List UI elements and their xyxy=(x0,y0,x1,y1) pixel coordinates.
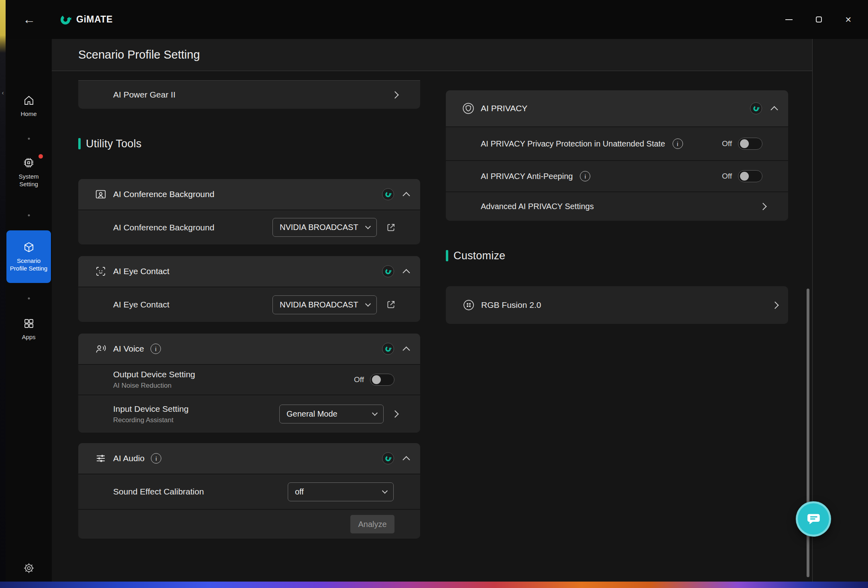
input-device-row: Input Device Setting Recording Assistant… xyxy=(78,395,420,433)
dropdown-value: General Mode xyxy=(287,409,337,419)
conference-background-row: AI Conference Background NVIDIA BROADCAS… xyxy=(78,210,420,244)
row-sublabel: AI Noise Reduction xyxy=(113,382,354,390)
dropdown-value: off xyxy=(295,487,304,496)
privacy-protection-row: AI PRIVACY Privacy Protection in Unatten… xyxy=(446,126,788,160)
chat-support-button[interactable] xyxy=(796,501,831,537)
collapse-chevron-icon[interactable] xyxy=(402,346,410,354)
analyze-button[interactable]: Analyze xyxy=(350,515,394,533)
sidebar-item-label: Scenario Profile Setting xyxy=(10,257,48,272)
chevron-down-icon xyxy=(365,301,371,306)
right-column: AI PRIVACY AI PRIVACY Privacy Protection… xyxy=(446,71,788,324)
ai-conference-background-card: AI Conference Background AI Conference B… xyxy=(78,179,420,244)
settings-gear-button[interactable] xyxy=(23,563,34,574)
card-title: AI PRIVACY xyxy=(481,104,527,113)
sidebar-item-scenario-profile-setting[interactable]: Scenario Profile Setting xyxy=(6,230,51,283)
chip-icon xyxy=(22,157,35,169)
ai-conference-background-header[interactable]: AI Conference Background xyxy=(78,179,420,210)
row-label: Input Device Setting xyxy=(113,404,279,414)
row-label: AI PRIVACY Anti-Peeping xyxy=(481,172,573,181)
ai-privacy-card: AI PRIVACY AI PRIVACY Privacy Protection… xyxy=(446,90,788,221)
row-sublabel: Recording Assistant xyxy=(113,416,279,424)
ai-power-gear-row[interactable]: AI Power Gear II xyxy=(78,80,420,109)
eye-contact-row: AI Eye Contact NVIDIA BROADCAST xyxy=(78,287,420,322)
eye-contact-dropdown[interactable]: NVIDIA BROADCAST xyxy=(272,295,377,314)
external-link-icon xyxy=(386,222,396,233)
chevron-right-icon[interactable] xyxy=(391,410,398,417)
chevron-down-icon xyxy=(372,410,378,416)
apps-grid-icon xyxy=(23,317,35,330)
titlebar: ← GiMATE ✕ xyxy=(6,0,868,39)
voice-icon xyxy=(95,343,107,355)
collapse-chevron-icon[interactable] xyxy=(770,106,778,113)
info-icon[interactable]: i xyxy=(580,171,590,181)
gear-icon xyxy=(23,563,34,574)
ai-audio-header[interactable]: AI Audio i xyxy=(78,443,420,474)
collapse-chevron-icon[interactable] xyxy=(402,192,410,199)
ai-privacy-header[interactable]: AI PRIVACY xyxy=(446,90,788,126)
sidebar-item-apps[interactable]: Apps xyxy=(6,317,51,341)
chevron-down-icon xyxy=(365,224,371,229)
anti-peeping-toggle[interactable] xyxy=(738,170,762,182)
row-label: RGB Fusion 2.0 xyxy=(481,300,772,310)
utility-tools-heading: Utility Tools xyxy=(78,138,420,150)
chevron-right-icon xyxy=(771,301,779,309)
customize-title: Customize xyxy=(453,250,505,262)
maximize-button[interactable] xyxy=(809,11,828,28)
ai-voice-header[interactable]: AI Voice i xyxy=(78,334,420,364)
sidebar-item-label: Home xyxy=(10,110,48,118)
chevron-down-icon xyxy=(382,488,388,493)
privacy-shield-icon xyxy=(462,102,474,114)
chevron-right-icon xyxy=(759,203,766,210)
external-link-button[interactable] xyxy=(386,222,396,233)
home-icon xyxy=(23,94,35,106)
row-label: Advanced AI PRIVACY Settings xyxy=(481,202,760,211)
left-column: AI Power Gear II Utility Tools xyxy=(78,71,420,539)
privacy-protection-toggle[interactable] xyxy=(738,138,762,150)
collapse-chevron-icon[interactable] xyxy=(402,269,410,276)
rgb-fusion-card: RGB Fusion 2.0 xyxy=(446,286,788,324)
row-label: AI Conference Background xyxy=(113,223,272,232)
external-link-button[interactable] xyxy=(386,299,396,310)
desktop-chevron-glyph: ‹ xyxy=(0,89,6,96)
row-label: AI PRIVACY Privacy Protection in Unatten… xyxy=(481,139,665,149)
toggle-state-label: Off xyxy=(722,139,732,148)
info-icon[interactable]: i xyxy=(673,138,683,149)
window-controls: ✕ xyxy=(780,11,858,28)
info-icon[interactable]: i xyxy=(151,453,161,464)
ai-voice-card: AI Voice i Output Device Sett xyxy=(78,334,420,433)
advanced-privacy-settings-row[interactable]: Advanced AI PRIVACY Settings xyxy=(446,191,788,221)
main-area: Scenario Profile Setting AI Power Gear I… xyxy=(52,39,868,582)
ai-eye-contact-header[interactable]: AI Eye Contact xyxy=(78,256,420,287)
gimate-logo-icon xyxy=(60,14,71,25)
audio-sliders-icon xyxy=(95,452,107,464)
card-title: AI Conference Background xyxy=(113,189,214,199)
accent-bar xyxy=(446,250,448,261)
noise-reduction-toggle[interactable] xyxy=(370,374,394,386)
sidebar-separator-dot xyxy=(28,297,30,299)
maximize-icon xyxy=(816,16,822,22)
minimize-icon xyxy=(785,19,793,20)
card-title: AI Audio xyxy=(113,454,144,463)
row-label: Sound Effect Calibration xyxy=(113,487,288,496)
sidebar-item-label: Apps xyxy=(10,333,48,341)
gimate-badge-icon xyxy=(382,452,394,464)
cube-icon xyxy=(23,241,35,253)
close-button[interactable]: ✕ xyxy=(839,11,858,28)
minimize-button[interactable] xyxy=(780,11,798,28)
collapse-chevron-icon[interactable] xyxy=(402,456,410,463)
page-title: Scenario Profile Setting xyxy=(78,48,200,61)
row-label: AI Eye Contact xyxy=(113,300,272,309)
rgb-fusion-row[interactable]: RGB Fusion 2.0 xyxy=(446,286,788,324)
conference-background-dropdown[interactable]: NVIDIA BROADCAST xyxy=(272,218,377,237)
conference-background-icon xyxy=(95,188,107,200)
utility-tools-title: Utility Tools xyxy=(86,138,142,150)
info-icon[interactable]: i xyxy=(150,344,161,354)
sidebar-item-system-setting[interactable]: System Setting xyxy=(6,157,51,188)
sidebar-item-home[interactable]: Home xyxy=(6,94,51,118)
sound-effect-calibration-dropdown[interactable]: off xyxy=(288,482,394,501)
dropdown-value: NVIDIA BROADCAST xyxy=(280,300,358,309)
input-device-mode-dropdown[interactable]: General Mode xyxy=(279,405,384,423)
app-window: ← GiMATE ✕ Home xyxy=(6,0,868,582)
card-title: AI Eye Contact xyxy=(113,267,169,276)
back-button[interactable]: ← xyxy=(20,10,39,29)
